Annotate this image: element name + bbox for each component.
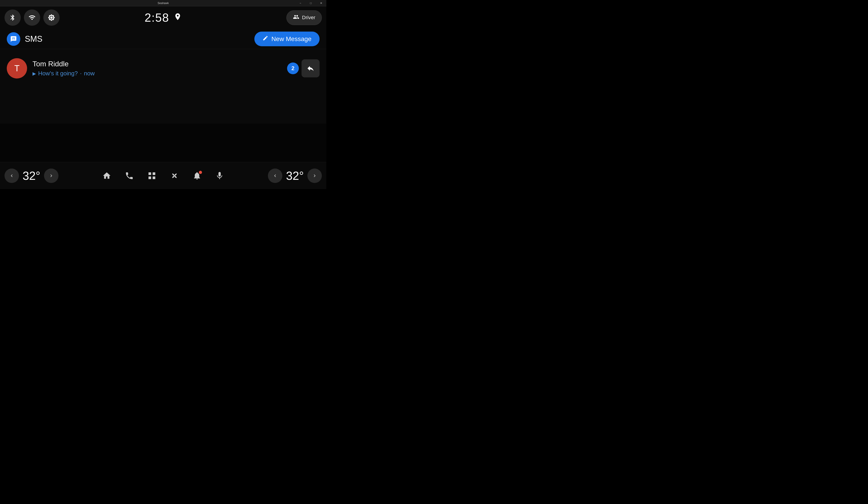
bottom-center — [100, 169, 226, 182]
minimize-button[interactable]: − — [295, 0, 306, 6]
title-bar-controls: − □ ✕ — [295, 0, 326, 6]
bottom-left: 32° — [4, 169, 59, 183]
brightness-icon — [48, 14, 55, 21]
play-icon: ▶ — [32, 71, 36, 76]
contact-name: Tom Riddle — [32, 60, 282, 68]
message-preview: ▶ How's it going? · now — [32, 70, 282, 77]
new-message-label: New Message — [271, 35, 311, 43]
home-icon — [102, 171, 111, 180]
reply-button[interactable] — [301, 59, 320, 77]
message-content: Tom Riddle ▶ How's it going? · now — [32, 60, 282, 77]
wifi-button[interactable] — [24, 10, 40, 26]
phone-button[interactable] — [123, 169, 136, 182]
new-message-button[interactable]: New Message — [254, 32, 320, 46]
avatar: T — [7, 58, 27, 78]
preview-text: How's it going? — [38, 70, 78, 77]
grid-button[interactable] — [145, 169, 159, 182]
driver-profile-icon — [293, 14, 299, 22]
message-item[interactable]: T Tom Riddle ▶ How's it going? · now 2 — [7, 54, 320, 83]
title-bar-title: Seahawk — [157, 2, 168, 5]
driver-button[interactable]: Driver — [286, 10, 322, 25]
bottom-right: 32° — [268, 169, 322, 183]
bluetooth-icon — [9, 14, 16, 21]
temperature-right: 32° — [286, 169, 304, 182]
close-button[interactable]: ✕ — [316, 0, 326, 6]
notification-dot — [199, 171, 202, 174]
messages-list: T Tom Riddle ▶ How's it going? · now 2 — [0, 49, 326, 124]
message-actions: 2 — [287, 59, 320, 77]
wifi-icon — [29, 14, 36, 21]
app-title: SMS — [25, 34, 42, 44]
fan-icon — [170, 171, 179, 180]
fan-button[interactable] — [168, 169, 181, 182]
avatar-letter: T — [14, 64, 19, 73]
home-button[interactable] — [100, 169, 114, 182]
unread-count: 2 — [291, 65, 294, 72]
sms-app-icon — [7, 32, 20, 46]
temp-right-prev-button[interactable] — [268, 169, 282, 183]
temp-left-prev-button[interactable] — [4, 169, 19, 183]
driver-label: Driver — [302, 15, 315, 21]
temp-left-next-button[interactable] — [44, 169, 59, 183]
time-display: 2:58 — [144, 11, 169, 24]
microphone-button[interactable] — [213, 169, 226, 182]
dot-divider: · — [80, 70, 82, 77]
message-time: now — [84, 70, 95, 77]
unread-badge: 2 — [287, 63, 299, 74]
pencil-icon — [262, 35, 268, 43]
status-right: Driver — [286, 10, 322, 25]
bottom-bar: 32° — [0, 162, 326, 189]
status-bar: 2:58 Driver — [0, 6, 326, 29]
grid-icon — [147, 171, 156, 180]
temperature-left: 32° — [23, 169, 40, 182]
maximize-button[interactable]: □ — [306, 0, 316, 6]
title-bar: Seahawk − □ ✕ — [0, 0, 326, 6]
location-icon — [174, 13, 182, 23]
main-content: 2:58 Driver SMS — [0, 6, 326, 189]
brightness-button[interactable] — [43, 10, 60, 26]
reply-icon — [307, 64, 314, 72]
notification-button[interactable] — [190, 169, 204, 182]
bluetooth-button[interactable] — [4, 10, 21, 26]
phone-icon — [125, 171, 134, 180]
microphone-icon — [215, 171, 224, 180]
status-left — [4, 10, 60, 26]
status-center: 2:58 — [144, 11, 182, 24]
app-header: SMS New Message — [0, 29, 326, 49]
temp-right-next-button[interactable] — [307, 169, 322, 183]
